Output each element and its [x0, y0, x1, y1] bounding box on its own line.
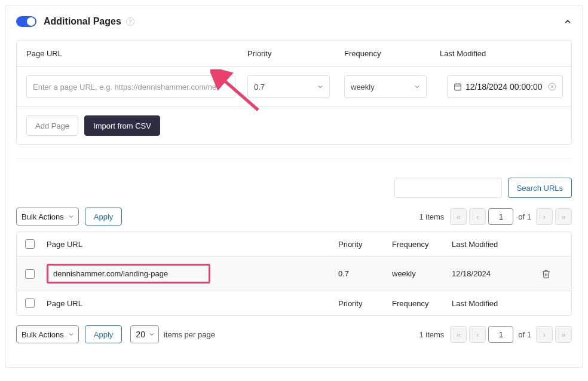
add-page-button[interactable]: Add Page: [26, 115, 78, 136]
tf-url: Page URL: [47, 299, 338, 308]
bulk-actions-select-bottom[interactable]: Bulk Actions: [16, 325, 79, 343]
priority-value[interactable]: 0.7: [247, 75, 330, 98]
collapse-icon[interactable]: [564, 17, 572, 26]
items-count: 1 items: [419, 212, 444, 221]
pager-page-input[interactable]: [488, 326, 513, 343]
frequency-value[interactable]: weekly: [344, 75, 427, 98]
top-action-bar: Bulk Actions Apply 1 items « ‹ of 1 › »: [16, 208, 572, 225]
date-value: 12/18/2024 00:00:00: [466, 82, 542, 92]
pager-first-button[interactable]: «: [450, 326, 467, 343]
pager-last-button[interactable]: »: [555, 326, 572, 343]
tf-modified: Last Modified: [452, 299, 541, 308]
import-csv-button[interactable]: Import from CSV: [84, 115, 160, 136]
th-priority: Priority: [338, 240, 392, 249]
row-priority: 0.7: [338, 269, 392, 278]
chevron-down-icon: [148, 331, 155, 338]
additional-pages-panel: Additional Pages ? Page URL Priority Fre…: [5, 5, 583, 368]
toggle-switch[interactable]: [16, 16, 36, 27]
form-header-row: Page URL Priority Frequency Last Modifie…: [17, 41, 571, 67]
apply-button[interactable]: Apply: [85, 208, 122, 225]
search-input[interactable]: [394, 178, 502, 198]
tf-priority: Priority: [338, 299, 392, 308]
th-url: Page URL: [47, 240, 338, 249]
pager-next-button[interactable]: ›: [536, 326, 553, 343]
pager-prev-button[interactable]: ‹: [469, 208, 486, 225]
tf-frequency: Frequency: [392, 299, 452, 308]
search-urls-button[interactable]: Search URLs: [508, 178, 572, 198]
frequency-select[interactable]: weekly: [344, 75, 427, 98]
date-input[interactable]: 12/18/2024 00:00:00: [447, 75, 563, 98]
calendar-icon: [454, 83, 462, 91]
row-url[interactable]: dennishammer.com/landing-page: [47, 264, 210, 284]
help-icon[interactable]: ?: [126, 17, 134, 26]
col-header-modified: Last Modified: [440, 49, 562, 58]
items-count-bottom: 1 items: [419, 330, 444, 339]
pager-bottom: « ‹ of 1 › »: [450, 326, 572, 343]
search-row: Search URLs: [16, 178, 572, 198]
table-footer: Page URL Priority Frequency Last Modifie…: [17, 291, 571, 315]
pager-of-text: of 1: [518, 212, 531, 221]
delete-row-button[interactable]: [541, 269, 565, 279]
row-checkbox[interactable]: [25, 269, 35, 279]
divider: [16, 158, 572, 159]
col-header-url: Page URL: [26, 49, 247, 58]
form-input-row: 0.7 weekly 12/18/2024 00:00:00: [17, 67, 571, 107]
row-frequency: weekly: [392, 269, 452, 278]
table-row: dennishammer.com/landing-page 0.7 weekly…: [17, 257, 571, 291]
svg-rect-0: [455, 84, 461, 90]
pager-top: « ‹ of 1 › »: [450, 208, 572, 225]
pager-prev-button[interactable]: ‹: [469, 326, 486, 343]
page-url-input[interactable]: [26, 75, 235, 98]
apply-button-bottom[interactable]: Apply: [85, 325, 122, 343]
pager-last-button[interactable]: »: [555, 208, 572, 225]
th-modified: Last Modified: [452, 240, 541, 249]
row-modified: 12/18/2024: [452, 269, 541, 278]
panel-title: Additional Pages: [44, 16, 121, 27]
priority-select[interactable]: 0.7: [247, 75, 330, 98]
items-per-page-label: items per page: [164, 330, 215, 339]
bottom-action-bar: Bulk Actions Apply 20 items per page 1 i…: [16, 325, 572, 343]
col-header-frequency: Frequency: [344, 49, 440, 58]
select-all-checkbox[interactable]: [25, 239, 35, 249]
clear-icon[interactable]: [548, 83, 556, 91]
form-button-row: Add Page Import from CSV: [17, 107, 571, 144]
chevron-down-icon: [68, 331, 75, 338]
row-url-cell: dennishammer.com/landing-page: [47, 264, 338, 284]
th-frequency: Frequency: [392, 240, 452, 249]
table-header: Page URL Priority Frequency Last Modifie…: [17, 232, 571, 257]
url-table: Page URL Priority Frequency Last Modifie…: [16, 231, 572, 316]
pager-of-text: of 1: [518, 330, 531, 339]
select-all-checkbox-bottom[interactable]: [25, 298, 35, 308]
pager-page-input[interactable]: [488, 208, 513, 225]
col-header-priority: Priority: [247, 49, 344, 58]
pager-next-button[interactable]: ›: [536, 208, 553, 225]
pager-first-button[interactable]: «: [450, 208, 467, 225]
chevron-down-icon: [68, 213, 75, 220]
bulk-actions-select[interactable]: Bulk Actions: [16, 208, 79, 225]
add-page-form: Page URL Priority Frequency Last Modifie…: [16, 40, 572, 145]
items-per-page-select[interactable]: 20: [130, 325, 159, 343]
panel-header: Additional Pages ?: [16, 16, 572, 27]
